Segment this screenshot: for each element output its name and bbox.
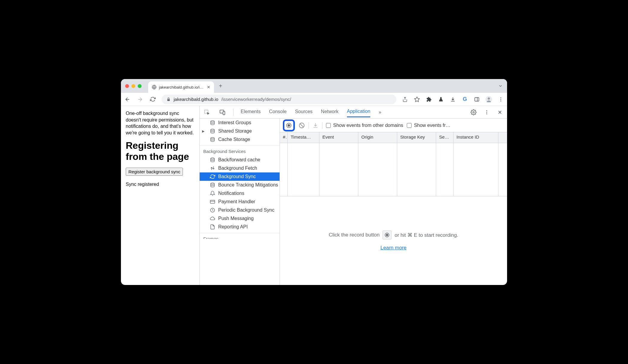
bookmark-icon[interactable] xyxy=(414,96,420,103)
sidebar-item-background-fetch[interactable]: Background Fetch xyxy=(200,164,280,172)
close-devtools-icon[interactable] xyxy=(496,109,503,116)
column-event[interactable]: Event xyxy=(319,132,358,143)
toolbar-icons: G xyxy=(402,96,504,103)
kebab-icon[interactable] xyxy=(483,109,490,116)
sidebar-item-bounce-tracking-mitigations[interactable]: Bounce Tracking Mitigations xyxy=(200,181,280,189)
column-origin[interactable]: Origin xyxy=(358,132,397,143)
google-icon[interactable]: G xyxy=(462,96,468,103)
labs-icon[interactable] xyxy=(438,96,444,103)
back-button[interactable] xyxy=(124,96,131,103)
svg-point-17 xyxy=(211,129,214,131)
sidebar-item-reporting-api[interactable]: Reporting API xyxy=(200,223,280,231)
bgsync-panel: Show events from other domains Show even… xyxy=(280,119,507,285)
column-storagekey[interactable]: Storage Key xyxy=(397,132,436,143)
url-host: jakearchibald.github.io xyxy=(174,97,218,102)
url-field[interactable]: jakearchibald.github.io/isserviceworkerr… xyxy=(162,95,396,104)
menu-icon[interactable] xyxy=(497,96,504,103)
learn-more-link[interactable]: Learn more xyxy=(380,245,406,251)
svg-point-13 xyxy=(486,110,487,111)
tab-network[interactable]: Network xyxy=(321,109,339,116)
content-area: One-off background sync doesn't require … xyxy=(121,106,507,285)
table-column xyxy=(397,143,436,196)
column-se[interactable]: Se… xyxy=(436,132,453,143)
cloud-icon xyxy=(210,216,215,221)
download-button[interactable] xyxy=(313,122,318,128)
table-column xyxy=(319,143,358,196)
tab-elements[interactable]: Elements xyxy=(241,109,261,116)
minimize-window-button[interactable] xyxy=(131,84,135,88)
table-column xyxy=(358,143,397,196)
sidebar-section-bgservices: Background Services xyxy=(200,145,280,156)
browser-tab[interactable]: jakearchibald.github.io/isservic ✕ xyxy=(148,81,214,93)
record-button-highlighted[interactable] xyxy=(283,119,295,131)
reload-button[interactable] xyxy=(149,96,156,103)
clear-button[interactable] xyxy=(298,122,305,129)
tab-bar: jakearchibald.github.io/isservic ✕ + xyxy=(121,79,507,93)
checkbox-show-events[interactable]: Show events fr… xyxy=(407,123,450,128)
db-icon xyxy=(210,120,215,125)
tab-sources[interactable]: Sources xyxy=(295,109,313,116)
column-instanceid[interactable]: Instance ID xyxy=(453,132,498,143)
svg-rect-11 xyxy=(223,111,225,115)
table-column xyxy=(436,143,453,196)
panel-toolbar: Show events from other domains Show even… xyxy=(280,119,507,132)
column-timesta[interactable]: Timesta… xyxy=(288,132,319,143)
svg-point-5 xyxy=(488,97,490,99)
svg-point-18 xyxy=(211,137,214,139)
page-heading: Registering from the page xyxy=(126,140,195,162)
application-sidebar: Interest Groups▶Shared StorageCache Stor… xyxy=(200,119,280,285)
sidebar-item-periodic-background-sync[interactable]: Periodic Background Sync xyxy=(200,206,280,214)
extensions-icon[interactable] xyxy=(426,96,432,103)
window-controls xyxy=(125,84,142,88)
sidebar-item-back-forward-cache[interactable]: Back/forward cache xyxy=(200,156,280,164)
column-[interactable]: # xyxy=(280,132,288,143)
svg-point-25 xyxy=(288,124,290,126)
tabs-menu-icon[interactable] xyxy=(498,84,503,88)
forward-button[interactable] xyxy=(136,96,144,103)
close-tab-icon[interactable]: ✕ xyxy=(207,85,210,90)
inspect-icon[interactable] xyxy=(203,109,210,116)
db-icon xyxy=(210,128,215,134)
svg-point-20 xyxy=(211,183,214,184)
empty-state: Click the record button or hit ⌘ E to st… xyxy=(280,196,507,285)
table-column xyxy=(288,143,319,196)
svg-point-12 xyxy=(473,111,474,113)
empty-text-prefix: Click the record button xyxy=(329,232,380,238)
table-column xyxy=(280,143,288,196)
tabs-overflow-icon[interactable]: » xyxy=(379,110,381,115)
web-page: One-off background sync doesn't require … xyxy=(121,106,199,285)
browser-window: jakearchibald.github.io/isservic ✕ + jak… xyxy=(121,79,507,285)
sidebar-item-push-messaging[interactable]: Push Messaging xyxy=(200,214,280,223)
empty-text-suffix: or hit ⌘ E to start recording. xyxy=(395,232,458,238)
intro-text: One-off background sync doesn't require … xyxy=(126,110,195,136)
profile-icon[interactable] xyxy=(486,96,492,103)
sidebar-item-notifications[interactable]: Notifications xyxy=(200,189,280,198)
svg-rect-21 xyxy=(210,200,215,204)
sync-icon xyxy=(210,174,215,179)
sidebar-item-shared-storage[interactable]: ▶Shared Storage xyxy=(200,127,280,135)
share-icon[interactable] xyxy=(402,96,408,103)
checkbox-other-domains-label: Show events from other domains xyxy=(333,123,403,128)
file-icon xyxy=(210,224,215,230)
sidepanel-icon[interactable] xyxy=(474,96,480,103)
lock-icon xyxy=(166,97,171,101)
tab-console[interactable]: Console xyxy=(269,109,287,116)
sidebar-item-background-sync[interactable]: Background Sync xyxy=(200,172,280,181)
tab-application[interactable]: Application xyxy=(347,109,370,117)
clock-icon xyxy=(210,207,215,213)
sidebar-item-payment-handler[interactable]: Payment Handler xyxy=(200,198,280,206)
new-tab-button[interactable]: + xyxy=(219,83,222,90)
settings-icon[interactable] xyxy=(470,109,477,116)
events-table-header: #Timesta…EventOriginStorage KeySe…Instan… xyxy=(280,132,507,143)
downloads-icon[interactable] xyxy=(450,96,456,103)
svg-point-28 xyxy=(386,234,389,236)
device-icon[interactable] xyxy=(219,109,226,116)
sidebar-item-interest-groups[interactable]: Interest Groups xyxy=(200,119,280,127)
sidebar-item-cache-storage[interactable]: Cache Storage xyxy=(200,135,280,144)
register-sync-button[interactable]: Register background sync xyxy=(126,168,183,176)
svg-rect-2 xyxy=(475,98,479,101)
db-icon xyxy=(210,157,215,163)
close-window-button[interactable] xyxy=(125,84,129,88)
maximize-window-button[interactable] xyxy=(138,84,142,88)
checkbox-other-domains[interactable]: Show events from other domains xyxy=(326,123,403,128)
